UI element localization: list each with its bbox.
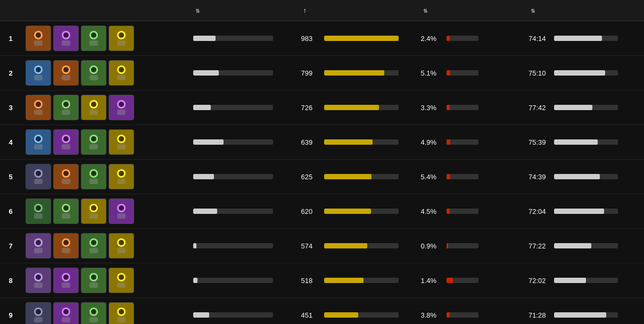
rank-cell: 2 bbox=[0, 56, 21, 90]
svg-point-53 bbox=[63, 171, 69, 176]
duration-bar-track bbox=[554, 174, 618, 179]
table-row[interactable]: 2 799 5.1% 75:10 bbox=[0, 56, 644, 90]
duration-cell: 75:39 bbox=[524, 125, 644, 160]
match-count-cell: 726 bbox=[297, 90, 417, 125]
table-row[interactable]: 5 625 5.4% 74:39 bbox=[0, 160, 644, 194]
duration-label: 77:42 bbox=[529, 104, 550, 112]
rating-bar-track bbox=[193, 105, 273, 110]
win-bar-track bbox=[447, 70, 478, 76]
hero-icon-8-1 bbox=[26, 268, 51, 293]
hero-icon-1-1 bbox=[26, 26, 51, 51]
table-row[interactable]: 4 639 4.9% 75:39 bbox=[0, 125, 644, 160]
rating-bar-fill bbox=[193, 36, 216, 41]
hero-icon-8-2 bbox=[53, 268, 79, 293]
svg-rect-73 bbox=[34, 248, 43, 253]
rating-bar-track bbox=[193, 312, 273, 318]
win-rate-label: 5.4% bbox=[421, 173, 442, 181]
rating-bar-track bbox=[193, 70, 273, 76]
svg-point-26 bbox=[36, 102, 41, 107]
duration-bar-track bbox=[554, 139, 618, 145]
table-row[interactable]: 6 620 4.5% 72:04 bbox=[0, 194, 644, 229]
table-row[interactable]: 7 574 0.9% 77:22 bbox=[0, 229, 644, 263]
table-row[interactable]: 9 451 3.8% 71:28 bbox=[0, 298, 644, 325]
duration-sort-icon[interactable]: ⇅ bbox=[531, 8, 535, 14]
svg-rect-79 bbox=[89, 248, 98, 253]
duration-cell: 75:10 bbox=[524, 56, 644, 90]
svg-rect-22 bbox=[117, 75, 126, 80]
svg-rect-100 bbox=[62, 317, 70, 322]
rating-bar-fill bbox=[193, 174, 214, 179]
match-bar-fill bbox=[324, 105, 379, 110]
hero-icon-2-4 bbox=[109, 60, 134, 86]
table-row[interactable]: 8 518 1.4% 72:02 bbox=[0, 263, 644, 298]
rank-header bbox=[0, 0, 21, 21]
duration-bar-fill bbox=[554, 139, 598, 145]
match-bar-fill bbox=[324, 36, 399, 41]
rating-bar-fill bbox=[193, 139, 224, 145]
table-row[interactable]: 3 726 3.3% 77:42 bbox=[0, 90, 644, 125]
team-composition-cell bbox=[21, 125, 189, 160]
matchcount-sort-icon[interactable]: ↑ bbox=[303, 6, 307, 14]
team-header[interactable] bbox=[21, 0, 189, 21]
svg-rect-67 bbox=[89, 213, 98, 219]
rank-cell: 5 bbox=[0, 160, 21, 194]
hero-icon-8-3 bbox=[81, 268, 106, 293]
rating-bar-fill bbox=[193, 278, 197, 283]
svg-point-68 bbox=[91, 205, 96, 211]
duration-cell: 72:02 bbox=[524, 263, 644, 298]
hero-icon-3-1 bbox=[26, 95, 51, 120]
svg-point-92 bbox=[91, 275, 96, 280]
hero-icon-9-3 bbox=[81, 302, 106, 324]
rating-header[interactable]: ⇅ bbox=[189, 0, 297, 21]
hero-icon-4-2 bbox=[53, 129, 79, 155]
svg-rect-13 bbox=[34, 75, 43, 80]
team-composition-cell bbox=[21, 160, 189, 194]
hero-icon-6-1 bbox=[26, 198, 51, 224]
winrate-sort-icon[interactable]: ⇅ bbox=[423, 8, 427, 14]
svg-point-17 bbox=[63, 67, 69, 72]
duration-cell: 74:14 bbox=[524, 21, 644, 56]
match-bar-fill bbox=[324, 278, 364, 283]
match-bar-track bbox=[324, 139, 399, 145]
hero-icon-4-1 bbox=[26, 129, 51, 155]
header-row: ⇅ ↑ ⇅ ⇅ bbox=[0, 0, 644, 21]
winrate-header[interactable]: ⇅ bbox=[417, 0, 525, 21]
duration-label: 72:02 bbox=[529, 277, 550, 285]
win-rate-label: 5.1% bbox=[421, 69, 442, 77]
win-rate-label: 1.4% bbox=[421, 277, 442, 285]
duration-label: 74:39 bbox=[529, 173, 550, 181]
hero-icon-5-1 bbox=[26, 164, 51, 189]
svg-rect-37 bbox=[34, 144, 43, 149]
duration-bar-fill bbox=[554, 209, 604, 214]
svg-point-98 bbox=[36, 309, 41, 314]
table-row[interactable]: 1 983 2.4% 74:14 bbox=[0, 21, 644, 56]
win-bar-track bbox=[447, 243, 478, 248]
rating-sort-icon[interactable]: ⇅ bbox=[195, 8, 200, 14]
svg-rect-88 bbox=[62, 283, 70, 288]
svg-rect-94 bbox=[117, 283, 126, 288]
hero-icon-5-3 bbox=[81, 164, 106, 189]
win-rate-label: 4.9% bbox=[421, 138, 442, 146]
matchcount-header[interactable]: ↑ bbox=[297, 0, 417, 21]
duration-header[interactable]: ⇅ bbox=[524, 0, 644, 21]
duration-cell: 77:22 bbox=[524, 229, 644, 263]
svg-rect-34 bbox=[117, 110, 126, 115]
hero-icon-2-1 bbox=[26, 60, 51, 86]
svg-rect-16 bbox=[62, 75, 70, 80]
svg-point-14 bbox=[36, 67, 41, 72]
win-rate-label: 2.4% bbox=[421, 35, 442, 43]
svg-rect-43 bbox=[89, 144, 98, 149]
team-composition-cell bbox=[21, 21, 189, 56]
svg-rect-1 bbox=[34, 40, 43, 46]
duration-cell: 72:04 bbox=[524, 194, 644, 229]
win-rate-label: 0.9% bbox=[421, 242, 442, 250]
rating-bar-fill bbox=[193, 312, 209, 318]
duration-label: 77:22 bbox=[529, 242, 550, 250]
rating-bar-track bbox=[193, 139, 273, 145]
win-rate-cell: 5.4% bbox=[417, 160, 525, 194]
svg-point-35 bbox=[119, 102, 124, 107]
win-rate-label: 3.8% bbox=[421, 311, 442, 319]
match-count-label: 983 bbox=[301, 35, 320, 43]
svg-point-80 bbox=[91, 240, 96, 245]
hero-icon-1-4 bbox=[109, 26, 134, 51]
